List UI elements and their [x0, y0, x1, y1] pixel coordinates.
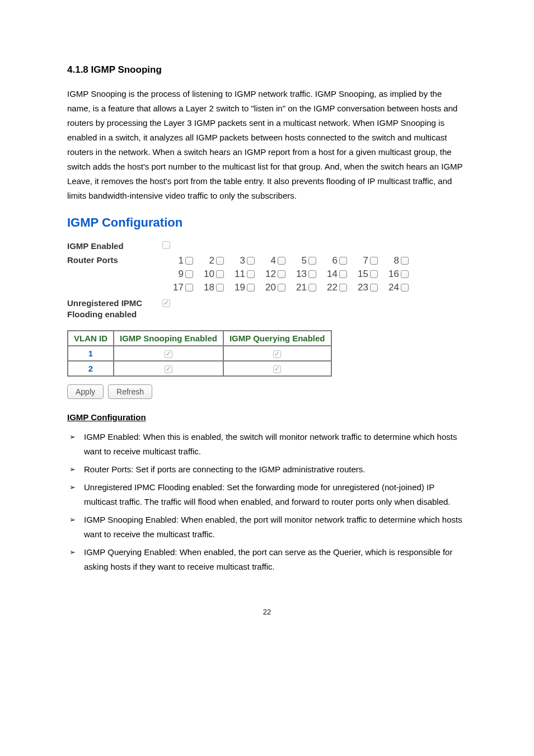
- port-checkbox[interactable]: [247, 270, 255, 278]
- port-label: 3: [240, 255, 245, 266]
- port-checkbox[interactable]: [308, 257, 316, 265]
- port-checkbox[interactable]: [185, 284, 193, 292]
- intro-paragraph: IGMP Snooping is the process of listenin…: [67, 87, 467, 203]
- port-label: 9: [179, 269, 184, 280]
- vlan-id-cell: 2: [68, 361, 114, 376]
- apply-button[interactable]: Apply: [67, 384, 104, 399]
- port-checkbox[interactable]: [339, 270, 347, 278]
- bullet-list: IGMP Enabled: When this is enabled, the …: [69, 430, 467, 574]
- router-ports-grid: 1 2 3 4 5 6 7 8 9 10 11 12 13 14 15 16 1…: [162, 255, 409, 293]
- port-checkbox[interactable]: [216, 270, 224, 278]
- vlan-table: VLAN ID IGMP Snooping Enabled IGMP Query…: [67, 330, 332, 377]
- list-item: IGMP Snooping Enabled: When enabled, the…: [69, 513, 467, 542]
- list-item: Unregistered IPMC Flooding enabled: Set …: [69, 480, 467, 509]
- port-checkbox[interactable]: [308, 270, 316, 278]
- port-label: 13: [296, 269, 307, 280]
- table-row: 1: [68, 346, 331, 361]
- port-label: 7: [363, 255, 368, 266]
- port-checkbox[interactable]: [185, 270, 193, 278]
- port-checkbox[interactable]: [401, 284, 409, 292]
- col-vlan-id: VLAN ID: [68, 331, 114, 346]
- port-label: 10: [204, 269, 214, 280]
- port-checkbox[interactable]: [216, 284, 224, 292]
- port-checkbox[interactable]: [216, 257, 224, 265]
- port-label: 21: [296, 282, 307, 293]
- igmp-enabled-label: IGMP Enabled: [67, 241, 162, 251]
- unregistered-ipmc-checkbox[interactable]: [162, 299, 170, 307]
- port-label: 6: [332, 255, 338, 266]
- port-checkbox[interactable]: [247, 257, 255, 265]
- port-label: 12: [265, 269, 276, 280]
- list-item: IGMP Querying Enabled: When enabled, the…: [69, 545, 467, 574]
- section-heading: 4.1.8 IGMP Snooping: [67, 64, 467, 76]
- unregistered-ipmc-label: Unregistered IPMC Flooding enabled: [67, 298, 162, 320]
- port-label: 1: [179, 255, 184, 266]
- port-label: 4: [271, 255, 276, 266]
- port-label: 15: [358, 269, 368, 280]
- router-ports-label: Router Ports: [67, 255, 162, 265]
- snooping-checkbox[interactable]: [165, 365, 172, 373]
- col-snooping: IGMP Snooping Enabled: [114, 331, 223, 346]
- querying-checkbox[interactable]: [273, 365, 281, 373]
- list-item: Router Ports: Set if ports are connectin…: [69, 462, 467, 477]
- port-checkbox[interactable]: [401, 257, 409, 265]
- port-label: 17: [173, 282, 184, 293]
- port-checkbox[interactable]: [247, 284, 255, 292]
- page-number: 22: [67, 608, 467, 616]
- vlan-id-cell: 1: [68, 346, 114, 361]
- port-checkbox[interactable]: [278, 284, 285, 292]
- port-label: 8: [394, 255, 399, 266]
- port-checkbox[interactable]: [185, 257, 193, 265]
- port-checkbox[interactable]: [370, 257, 378, 265]
- port-checkbox[interactable]: [278, 270, 285, 278]
- querying-checkbox[interactable]: [273, 350, 281, 358]
- list-item: IGMP Enabled: When this is enabled, the …: [69, 430, 467, 459]
- port-label: 18: [204, 282, 214, 293]
- port-label: 16: [388, 269, 399, 280]
- refresh-button[interactable]: Refresh: [108, 384, 152, 399]
- port-label: 23: [358, 282, 368, 293]
- port-label: 5: [302, 255, 307, 266]
- port-checkbox[interactable]: [339, 284, 347, 292]
- port-label: 11: [235, 269, 245, 280]
- port-checkbox[interactable]: [308, 284, 316, 292]
- port-label: 24: [388, 282, 399, 293]
- table-row: 2: [68, 361, 331, 376]
- port-checkbox[interactable]: [370, 284, 378, 292]
- port-checkbox[interactable]: [278, 257, 285, 265]
- port-checkbox[interactable]: [339, 257, 347, 265]
- col-querying: IGMP Querying Enabled: [223, 331, 331, 346]
- port-checkbox[interactable]: [401, 270, 409, 278]
- port-label: 22: [327, 282, 338, 293]
- port-label: 19: [235, 282, 245, 293]
- subsection-heading: IGMP Configuration: [67, 412, 467, 422]
- config-title: IGMP Configuration: [67, 215, 467, 230]
- snooping-checkbox[interactable]: [165, 350, 172, 358]
- port-label: 14: [327, 269, 338, 280]
- port-label: 2: [209, 255, 214, 266]
- port-label: 20: [265, 282, 276, 293]
- port-checkbox[interactable]: [370, 270, 378, 278]
- igmp-enabled-checkbox[interactable]: [162, 241, 170, 249]
